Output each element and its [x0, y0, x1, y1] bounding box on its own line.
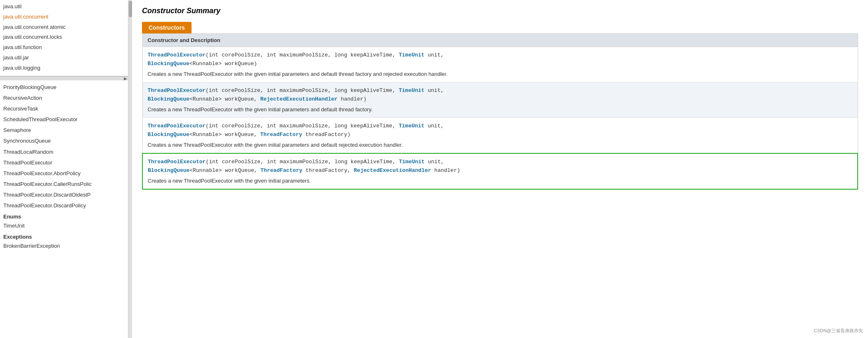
package-item[interactable]: java.util [0, 2, 128, 12]
horizontal-scrollbar[interactable] [0, 76, 128, 80]
constructor-code: threadFactory, [302, 167, 354, 174]
table-row: ThreadPoolExecutor(int corePoolSize, int… [142, 82, 858, 118]
constructor-table: Constructor and Description ThreadPoolEx… [142, 33, 858, 190]
constructor-description: Creates a new ThreadPoolExecutor with th… [148, 106, 853, 114]
constructor-link[interactable]: RejectedExecutionHandler [354, 167, 431, 174]
package-item[interactable]: java.util.concurrent [0, 12, 128, 22]
vertical-scrollbar[interactable] [128, 0, 132, 338]
class-item[interactable]: SynchronousQueue [0, 136, 128, 146]
class-item[interactable]: ThreadPoolExecutor [0, 157, 128, 168]
constructor-code: unit, [424, 87, 444, 94]
class-item[interactable]: PriorityBlockingQueue [0, 82, 128, 93]
table-row: ThreadPoolExecutor(int corePoolSize, int… [142, 118, 858, 154]
package-item[interactable]: java.util.prefs [0, 73, 128, 76]
package-item[interactable]: java.util.concurrent.locks [0, 32, 128, 42]
constructor-link[interactable]: BlockingQueue [148, 96, 189, 102]
constructor-code: <Runnable> workQueue) [189, 61, 257, 67]
constructor-link[interactable]: ThreadPoolExecutor [148, 159, 206, 165]
class-item[interactable]: ThreadPoolExecutor.CallerRunsPolic [0, 179, 128, 190]
constructor-link[interactable]: RejectedExecutionHandler [260, 96, 338, 102]
class-item[interactable]: ScheduledThreadPoolExecutor [0, 114, 128, 125]
constructor-link[interactable]: ThreadFactory [260, 131, 302, 138]
class-item[interactable]: Semaphore [0, 125, 128, 136]
watermark: CSDN@三省吾身路亦先 [812, 327, 865, 335]
constructor-code: threadFactory) [302, 131, 350, 138]
exception-item[interactable]: BrokenBarrierException [0, 241, 128, 251]
constructor-link[interactable]: BlockingQueue [148, 167, 189, 174]
scrollbar-thumb-top[interactable] [129, 1, 132, 17]
class-item[interactable]: ThreadLocalRandom [0, 147, 128, 157]
constructor-description: Creates a new ThreadPoolExecutor with th… [148, 70, 853, 78]
constructor-code: (int corePoolSize, int maximumPoolSize, … [206, 159, 399, 165]
package-list: java.utiljava.util.concurrentjava.util.c… [0, 0, 128, 76]
table-row: ThreadPoolExecutor(int corePoolSize, int… [142, 47, 858, 82]
sidebar: java.utiljava.util.concurrentjava.util.c… [0, 0, 132, 338]
table-header: Constructor and Description [142, 34, 858, 47]
package-item[interactable]: java.util.jar [0, 53, 128, 63]
class-item[interactable]: ThreadPoolExecutor.DiscardPolicy [0, 200, 128, 211]
section-title: Constructor Summary [142, 7, 858, 15]
package-item[interactable]: java.util.logging [0, 63, 128, 73]
table-row: ThreadPoolExecutor(int corePoolSize, int… [142, 153, 858, 189]
constructor-code: <Runnable> workQueue, [189, 167, 260, 174]
class-item[interactable]: ThreadPoolExecutor.AbortPolicy [0, 168, 128, 179]
constructor-code: unit, [424, 52, 444, 58]
constructor-link[interactable]: TimeUnit [399, 87, 424, 94]
constructor-description: Creates a new ThreadPoolExecutor with th… [148, 177, 852, 185]
class-item[interactable]: RecursiveTask [0, 103, 128, 114]
package-item[interactable]: java.util.function [0, 42, 128, 53]
package-item[interactable]: java.util.concurrent.atomic [0, 22, 128, 33]
constructor-link[interactable]: TimeUnit [399, 123, 424, 129]
constructor-code: handler) [431, 167, 460, 174]
class-list: PriorityBlockingQueueRecursiveActionRecu… [0, 80, 128, 338]
main-content: Constructor Summary Constructors Constru… [132, 0, 868, 338]
enum-item[interactable]: TimeUnit [0, 221, 128, 231]
constructor-link[interactable]: BlockingQueue [148, 131, 189, 138]
constructor-code: (int corePoolSize, int maximumPoolSize, … [206, 52, 399, 58]
constructor-code: unit, [425, 159, 444, 165]
constructor-link[interactable]: TimeUnit [399, 52, 424, 58]
constructor-code: <Runnable> workQueue, [189, 131, 260, 138]
enums-section-label: Enums [0, 211, 128, 221]
constructor-link[interactable]: TimeUnit [399, 159, 425, 165]
constructors-tab[interactable]: Constructors [142, 22, 192, 33]
class-item[interactable]: ThreadPoolExecutor.DiscardOldestP [0, 190, 128, 200]
constructor-link[interactable]: BlockingQueue [148, 61, 189, 67]
constructor-code: unit, [424, 123, 444, 129]
constructor-link[interactable]: ThreadPoolExecutor [148, 123, 206, 129]
constructor-code: handler) [338, 96, 367, 102]
constructor-code: (int corePoolSize, int maximumPoolSize, … [206, 123, 399, 129]
constructor-link[interactable]: ThreadFactory [260, 167, 302, 174]
constructor-description: Creates a new ThreadPoolExecutor with th… [148, 141, 853, 149]
exceptions-section-label: Exceptions [0, 231, 128, 241]
constructor-code: <Runnable> workQueue, [189, 96, 260, 102]
constructor-link[interactable]: ThreadPoolExecutor [148, 87, 206, 94]
constructor-link[interactable]: ThreadPoolExecutor [148, 52, 206, 58]
class-item[interactable]: RecursiveAction [0, 93, 128, 103]
constructor-code: (int corePoolSize, int maximumPoolSize, … [206, 87, 399, 94]
